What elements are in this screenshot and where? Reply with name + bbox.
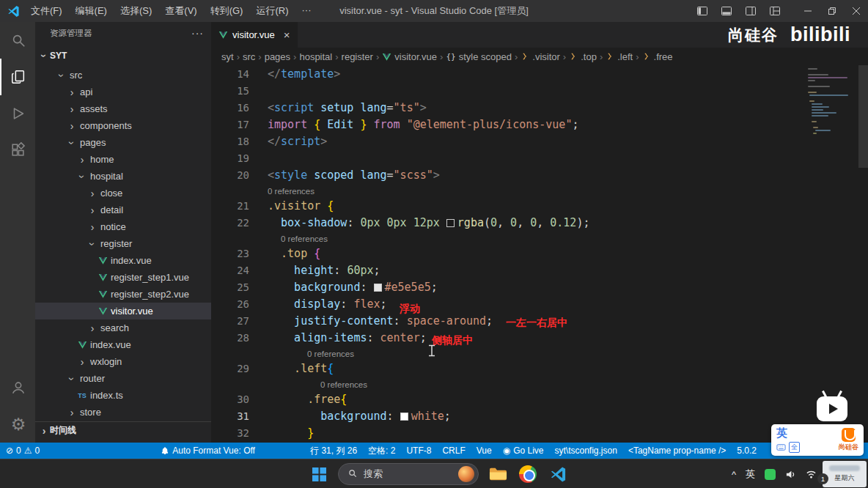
more-actions-icon[interactable]: ··· (191, 27, 204, 39)
tree-item-index-vue[interactable]: index.vue (35, 336, 211, 353)
search-highlight-image[interactable] (458, 466, 474, 482)
explorer-icon[interactable] (0, 59, 35, 95)
code-line-21[interactable]: 21.visitor { (211, 197, 868, 214)
encoding[interactable]: UTF-8 (406, 446, 431, 456)
breadcrumb-syt[interactable]: syt (221, 51, 234, 62)
tree-item-register-step2-vue[interactable]: register_step2.vue (35, 286, 211, 303)
code-editor[interactable]: 14</template>1516<script setup lang="ts"… (211, 65, 868, 443)
code-lens-references[interactable]: 0 references (211, 377, 868, 391)
close-button[interactable] (844, 0, 868, 22)
menu-item-2[interactable]: 选择(S) (114, 2, 158, 20)
go-live-button[interactable]: ◉ Go Live (503, 446, 544, 456)
tree-item-wxlogin[interactable]: ›wxlogin (35, 353, 211, 370)
code-line-15[interactable]: 15 (211, 82, 868, 99)
vscode-taskbar-icon[interactable] (547, 463, 569, 485)
menu-item-1[interactable]: 编辑(E) (69, 2, 114, 20)
color-swatch[interactable] (446, 219, 455, 227)
color-swatch[interactable] (374, 284, 382, 292)
breadcrumb-hospital[interactable]: hospital (299, 51, 332, 62)
tree-item-home[interactable]: ›home (35, 151, 211, 168)
code-line-31[interactable]: 31 background: white; (211, 407, 868, 424)
tree-item-store[interactable]: ›store (35, 404, 211, 421)
project-section-header[interactable]: › SYT (35, 44, 211, 67)
settings-gear-icon[interactable]: ⚙ (0, 406, 35, 443)
tray-chevron-up-icon[interactable]: ^ (732, 469, 736, 480)
file-explorer-icon[interactable] (487, 463, 509, 485)
code-line-18[interactable]: 18</script> (211, 133, 868, 149)
code-line-28[interactable]: 28 align-items: center; (211, 329, 868, 346)
breadcrumb-style-scoped[interactable]: {}style scoped (446, 51, 512, 62)
network-icon[interactable] (806, 469, 817, 480)
language-mode[interactable]: Vue (477, 446, 492, 456)
restore-button[interactable] (820, 0, 844, 22)
close-tab-icon[interactable]: × (284, 29, 290, 41)
breadcrumb-src[interactable]: src (243, 51, 255, 62)
code-line-23[interactable]: 23 .top { (211, 245, 868, 262)
tree-item-search[interactable]: ›search (35, 319, 211, 336)
toggle-panel-icon[interactable] (714, 0, 738, 22)
menu-item-6[interactable]: ··· (295, 2, 317, 20)
tree-item-index-vue[interactable]: index.vue (35, 252, 211, 269)
extension-version[interactable]: 5.0.2 (737, 446, 757, 456)
extensions-icon[interactable] (0, 132, 35, 169)
code-line-17[interactable]: 17import { Edit } from "@element-plus/ic… (211, 116, 868, 133)
run-debug-icon[interactable] (0, 95, 35, 132)
menu-item-3[interactable]: 查看(V) (158, 2, 203, 20)
customize-layout-icon[interactable] (762, 0, 787, 22)
code-line-30[interactable]: 30 .free{ (211, 391, 868, 407)
tree-item-index-ts[interactable]: TSindex.ts (35, 387, 211, 404)
minimap[interactable] (808, 68, 855, 136)
breadcrumb-pages[interactable]: pages (265, 51, 290, 62)
code-line-16[interactable]: 16<script setup lang="ts"> (211, 99, 868, 116)
notification-badge[interactable]: 1 (817, 473, 828, 484)
tree-item-assets[interactable]: ›assets (35, 100, 211, 117)
tree-item-notice[interactable]: ›notice (35, 218, 211, 235)
tree-item-register-step1-vue[interactable]: register_step1.vue (35, 269, 211, 286)
auto-format-toggle[interactable]: Auto Format Vue: Off (161, 446, 255, 456)
ime-language[interactable]: 英 (776, 426, 800, 440)
search-icon[interactable] (0, 22, 35, 59)
tray-ime-indicator[interactable]: 英 (746, 467, 755, 481)
code-lens-references[interactable]: 0 references (211, 231, 868, 245)
code-line-32[interactable]: 32 } (211, 424, 868, 441)
volume-icon[interactable] (785, 469, 796, 480)
indentation[interactable]: 空格: 2 (368, 445, 395, 457)
taskbar-search[interactable]: 搜索 (338, 463, 479, 485)
tree-item-visitor-vue[interactable]: visitor.vue (35, 303, 211, 319)
breadcrumb-free[interactable]: .free (642, 51, 673, 62)
breadcrumb-visitor[interactable]: .visitor (521, 51, 560, 62)
minimize-button[interactable] (795, 0, 820, 22)
menu-item-4[interactable]: 转到(G) (204, 2, 250, 20)
tab-visitor-vue[interactable]: visitor.vue × (211, 22, 298, 48)
tree-item-router[interactable]: ›router (35, 370, 211, 387)
code-line-20[interactable]: 20<style scoped lang="scss"> (211, 166, 868, 183)
ime-toolbar[interactable]: 英 全 尚硅谷 (771, 424, 864, 456)
code-line-26[interactable]: 26 display: flex; (211, 295, 868, 312)
tree-item-detail[interactable]: ›detail (35, 202, 211, 218)
editor-scrollbar[interactable] (858, 65, 868, 168)
code-line-25[interactable]: 25 background: #e5e5e5; (211, 278, 868, 295)
menu-item-0[interactable]: 文件(F) (24, 2, 69, 20)
breadcrumb-register[interactable]: register (342, 51, 373, 62)
keyboard-icon[interactable] (776, 440, 786, 454)
code-line-29[interactable]: 29 .left{ (211, 360, 868, 377)
code-line-24[interactable]: 24 height: 60px; (211, 262, 868, 278)
tree-item-close[interactable]: ›close (35, 185, 211, 202)
code-line-19[interactable]: 19 (211, 149, 868, 166)
code-line-22[interactable]: 22 box-shadow: 0px 0px 12px rgba(0, 0, 0… (211, 214, 868, 231)
tree-item-register[interactable]: ›register (35, 235, 211, 252)
breadcrumb-top[interactable]: .top (569, 51, 597, 62)
ime-fullwidth[interactable]: 全 (789, 442, 800, 453)
code-lens-references[interactable]: 0 references (211, 346, 868, 360)
toggle-sidebar-icon[interactable] (690, 0, 714, 22)
tree-item-components[interactable]: ›components (35, 117, 211, 134)
tree-item-hospital[interactable]: ›hospital (35, 168, 211, 185)
taskbar-clock[interactable]: 星期六 1 (823, 461, 867, 487)
color-swatch[interactable] (400, 413, 408, 421)
eol-setting[interactable]: CRLF (442, 446, 465, 456)
breadcrumb-left[interactable]: .left (606, 51, 633, 62)
problems-badge[interactable]: ⊘ 0 ⚠ 0 (6, 446, 40, 456)
tagname-setting[interactable]: <TagName prop-name /> (628, 446, 726, 456)
account-icon[interactable] (0, 369, 35, 406)
code-lens-references[interactable]: 0 references (211, 183, 868, 197)
